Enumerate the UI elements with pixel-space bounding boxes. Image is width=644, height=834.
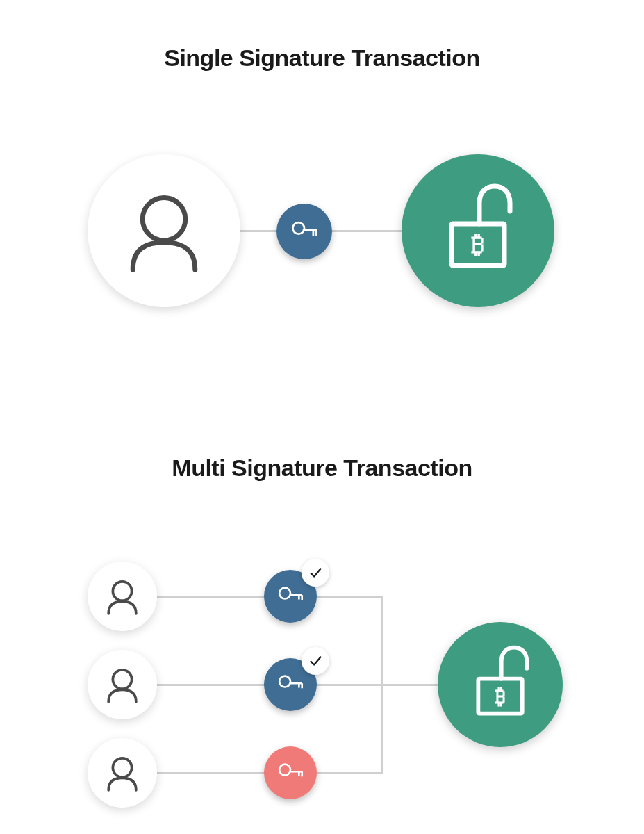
multi-line-3 <box>125 772 382 774</box>
svg-point-7 <box>113 758 131 777</box>
multi-key-1-check <box>302 559 329 587</box>
single-lock-node: ₿ <box>402 154 554 307</box>
single-sig-title: Single Signature Transaction <box>0 44 644 72</box>
multi-key-3 <box>264 746 317 799</box>
key-icon <box>275 758 306 788</box>
unlock-bitcoin-icon: ₿ <box>465 644 535 726</box>
svg-point-13 <box>283 768 286 771</box>
multi-lock-node: ₿ <box>438 622 563 747</box>
user-icon <box>101 575 144 618</box>
multi-key-2-check <box>302 647 329 675</box>
multi-line-1 <box>125 596 382 598</box>
multi-user-1 <box>88 562 157 631</box>
svg-point-6 <box>113 670 131 689</box>
multi-line-2 <box>125 684 382 686</box>
key-icon <box>288 215 320 247</box>
svg-point-9 <box>283 591 286 594</box>
check-icon <box>308 653 323 669</box>
key-icon <box>275 669 306 700</box>
svg-point-0 <box>142 197 185 240</box>
multi-sig-title: Multi Signature Transaction <box>0 455 644 482</box>
user-icon <box>101 663 144 706</box>
svg-text:₿: ₿ <box>471 230 484 259</box>
key-icon <box>275 581 306 612</box>
single-key-node <box>276 204 332 259</box>
svg-text:₿: ₿ <box>495 685 506 708</box>
svg-point-5 <box>113 582 131 600</box>
user-icon <box>115 182 213 279</box>
user-icon <box>101 751 144 794</box>
unlock-bitcoin-icon: ₿ <box>436 182 520 279</box>
single-user-node <box>88 154 240 307</box>
svg-point-11 <box>283 680 286 682</box>
check-icon <box>308 565 323 580</box>
multi-user-3 <box>88 738 157 808</box>
multi-user-2 <box>88 650 157 719</box>
svg-point-2 <box>297 227 300 230</box>
